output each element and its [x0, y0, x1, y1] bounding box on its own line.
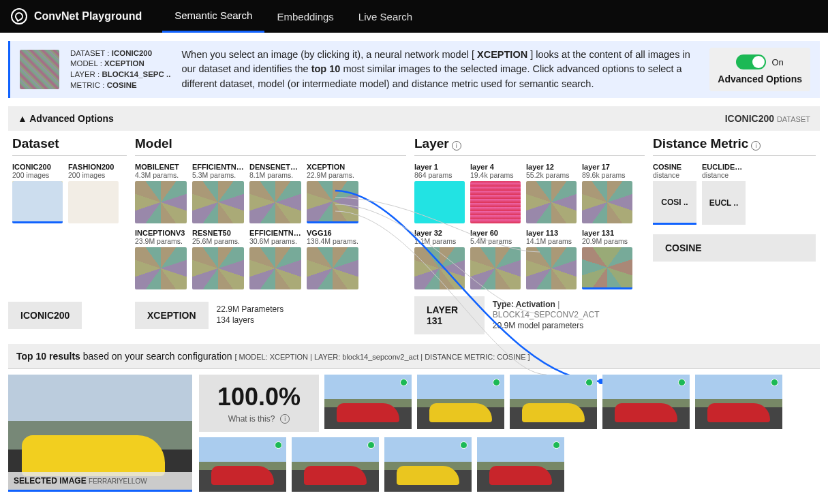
layer-column: Layeri layer 1864 paramslayer 419.4k par…: [410, 136, 649, 289]
layer-thumb-icon: [526, 247, 577, 289]
model-thumb-icon: [249, 247, 301, 289]
selected-image[interactable]: SELECTED IMAGE FERRARIYELLOW: [8, 375, 192, 492]
top-nav: ConvNet Playground Semantic Search Embed…: [0, 0, 828, 33]
what-is-this-link[interactable]: What is this?i: [228, 414, 290, 424]
dataset-card-fashion200[interactable]: FASHION200 200 images: [68, 163, 119, 223]
layer-title: Layeri: [414, 136, 645, 156]
result-thumb[interactable]: [602, 375, 690, 429]
dataset-thumb-icon: [68, 181, 119, 223]
model-thumb-icon: [135, 247, 187, 289]
layer-thumb-icon: [470, 181, 521, 223]
info-icon[interactable]: i: [751, 141, 761, 151]
adv-header-right: ICONIC200 DATASET: [725, 113, 810, 124]
layer-card-layer-60[interactable]: layer 605.4M params: [470, 229, 521, 289]
layer-card-layer-1[interactable]: layer 1864 params: [414, 163, 465, 223]
adv-header-left: ▲ Advanced Options: [18, 113, 114, 124]
model-thumb-icon: [135, 181, 187, 223]
layer-card-layer-131[interactable]: layer 13120.9M params: [582, 229, 632, 289]
advanced-options-label: Advanced Options: [718, 74, 802, 84]
model-card-densenet121[interactable]: DENSENET1218.1M params.: [249, 163, 301, 223]
car-shape-icon: [22, 435, 165, 476]
dataset-thumb-icon: [12, 181, 63, 223]
layer-badge: LAYER 131: [414, 296, 485, 334]
match-dot-icon: [460, 441, 467, 449]
result-thumb[interactable]: [695, 375, 782, 429]
metric-badge: COSINE: [653, 234, 816, 262]
result-thumb[interactable]: [477, 437, 564, 492]
selection-badges: ICONIC200 XCEPTION 22.9M Parameters134 l…: [8, 296, 820, 334]
advanced-options-header[interactable]: ▲ Advanced Options ICONIC200 DATASET: [8, 106, 820, 131]
model-column: Model MOBILENET4.3M params.EFFICIENTNE .…: [131, 136, 410, 289]
model-thumb-icon: [307, 181, 358, 223]
metric-column: Distance Metrici COSINE distance COSI ..…: [649, 136, 820, 289]
layer-card-layer-32[interactable]: layer 321.1M params: [414, 229, 465, 289]
info-icon[interactable]: i: [452, 141, 461, 151]
intro-thumbnail: [20, 50, 59, 89]
metric-title: Distance Metrici: [653, 136, 816, 156]
result-thumb[interactable]: [417, 375, 504, 429]
result-thumb[interactable]: [199, 437, 286, 492]
intro-meta: DATASET : ICONIC200 MODEL : XCEPTION LAY…: [70, 48, 170, 91]
model-card-efficientne[interactable]: EFFICIENTNE ..5.3M params.: [192, 163, 244, 223]
match-dot-icon: [275, 441, 282, 449]
model-card-inceptionv3[interactable]: INCEPTIONV323.9M params.: [135, 229, 187, 289]
tab-live-search[interactable]: Live Search: [346, 0, 425, 33]
similarity-score: 100.0% What is this?i: [199, 375, 319, 432]
layer-thumb-icon: [414, 181, 465, 223]
advanced-options-toggle[interactable]: [736, 54, 766, 69]
dataset-badge: ICONIC200: [8, 302, 82, 329]
match-dot-icon: [367, 441, 375, 449]
intro-text: When you select an image (by clicking it…: [181, 48, 699, 91]
layer-thumb-icon: [414, 247, 465, 289]
model-title: Model: [135, 136, 406, 156]
dataset-column: Dataset ICONIC200 200 images FASHION200 …: [8, 136, 131, 289]
layer-card-layer-113[interactable]: layer 11314.1M params: [526, 229, 577, 289]
model-card-mobilenet[interactable]: MOBILENET4.3M params.: [135, 163, 187, 223]
match-dot-icon: [553, 441, 560, 449]
tab-embeddings[interactable]: Embeddings: [264, 0, 346, 33]
match-dot-icon: [678, 379, 686, 386]
result-thumb[interactable]: [324, 375, 412, 429]
info-icon: i: [280, 414, 290, 424]
brand-text: ConvNet Playground: [34, 10, 142, 22]
layer-thumb-icon: [582, 181, 632, 223]
result-thumb[interactable]: [510, 375, 597, 429]
model-card-resnet50[interactable]: RESNET5025.6M params.: [192, 229, 244, 289]
model-thumb-icon: [192, 181, 244, 223]
match-dot-icon: [585, 379, 593, 386]
model-card-vgg16[interactable]: VGG16138.4M params.: [307, 229, 358, 289]
result-thumb[interactable]: [384, 437, 472, 492]
dataset-title: Dataset: [12, 136, 127, 156]
nav-tabs: Semantic Search Embeddings Live Search: [162, 0, 425, 33]
model-thumb-icon: [249, 181, 301, 223]
layer-card-layer-17[interactable]: layer 1789.6k params: [582, 163, 632, 223]
layer-thumb-icon: [470, 247, 521, 289]
model-card-efficientne[interactable]: EFFICIENTNE ..30.6M params.: [249, 229, 301, 289]
metric-card-euclidean[interactable]: EUCLIDEAN distance EUCL ..: [702, 163, 746, 225]
results-header: Top 10 results based on your search conf…: [8, 344, 820, 369]
advanced-options-toggle-box: On Advanced Options: [709, 48, 810, 91]
layer-card-layer-12[interactable]: layer 1255.2k params: [526, 163, 577, 223]
brand[interactable]: ConvNet Playground: [11, 8, 142, 25]
tab-semantic-search[interactable]: Semantic Search: [162, 0, 264, 33]
advanced-options-body: Dataset ICONIC200 200 images FASHION200 …: [8, 136, 820, 289]
model-badge-meta: 22.9M Parameters134 layers: [217, 304, 284, 326]
results-body: SELECTED IMAGE FERRARIYELLOW 100.0% What…: [8, 375, 820, 492]
selected-image-label: SELECTED IMAGE FERRARIYELLOW: [8, 472, 192, 490]
metric-card-cosine[interactable]: COSINE distance COSI ..: [653, 163, 696, 225]
model-thumb-icon: [307, 247, 358, 289]
layer-card-layer-4[interactable]: layer 419.4k params: [470, 163, 521, 223]
layer-badge-meta: Type: Activation | BLOCK14_SEPCONV2_ACT …: [493, 300, 653, 332]
match-dot-icon: [493, 379, 500, 386]
layer-thumb-icon: [582, 247, 632, 289]
intro-panel: DATASET : ICONIC200 MODEL : XCEPTION LAY…: [8, 41, 820, 98]
toggle-state: On: [771, 57, 783, 67]
logo-icon: [11, 8, 27, 25]
model-badge: XCEPTION: [135, 302, 209, 329]
result-thumb[interactable]: [292, 437, 379, 492]
model-thumb-icon: [192, 247, 244, 289]
model-card-xception[interactable]: XCEPTION22.9M params.: [307, 163, 358, 223]
dataset-card-iconic200[interactable]: ICONIC200 200 images: [12, 163, 63, 223]
match-dot-icon: [400, 379, 408, 386]
layer-thumb-icon: [526, 181, 577, 223]
